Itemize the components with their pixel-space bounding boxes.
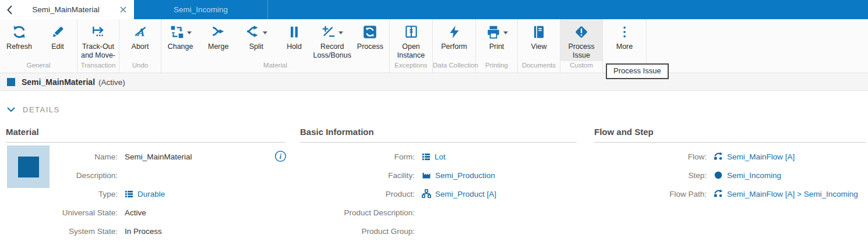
flow-path-link[interactable]: Semi_MainFlow [A] > Semi_Incoming (714, 189, 858, 198)
printer-icon (486, 23, 508, 41)
list-icon (422, 152, 431, 161)
more-button[interactable]: More (603, 19, 646, 61)
flow-and-step-section: Flow and Step Flow: Semi_MainFlow [A] St… (594, 127, 866, 203)
edit-button-label: Edit (51, 42, 64, 51)
step-circle-icon (714, 171, 723, 180)
tab-label: Semi_Incoming (174, 5, 228, 14)
section-heading-flow-and-step: Flow and Step (594, 127, 866, 143)
track-out-icon (91, 23, 106, 41)
field-label: Flow: (594, 152, 707, 161)
change-button[interactable]: Change (161, 19, 199, 61)
refresh-icon (12, 23, 27, 41)
document-book-icon (531, 23, 546, 41)
field-label: Product: (300, 190, 415, 198)
entity-state: (Active) (98, 78, 125, 87)
lightning-bolt-icon (447, 23, 462, 41)
tab-label: Semi_MainMaterial (17, 5, 115, 14)
process-cycle-icon (362, 23, 377, 41)
field-label: Universal State: (6, 208, 118, 217)
abort-button-label: Abort (132, 42, 149, 51)
step-link[interactable]: Semi_Incoming (714, 171, 781, 180)
ribbon-group-data-collection: Perform Data Collection (433, 19, 476, 73)
issue-diamond-icon (574, 23, 589, 41)
abort-button[interactable]: A Abort (119, 19, 161, 61)
close-tab-icon[interactable] (118, 5, 128, 15)
ribbon-group-custom: Process Issue Custom (560, 19, 603, 73)
vertical-ellipsis-icon (617, 23, 632, 41)
material-section: Material Name: Semi_MainMaterial i Descr… (6, 127, 285, 240)
process-button[interactable]: Process (351, 19, 389, 61)
flow-path-link-text: Semi_MainFlow [A] > Semi_Incoming (727, 190, 858, 198)
record-loss-bonus-button[interactable]: Record Loss/Bonus (313, 19, 351, 61)
ribbon-group-exceptions: Open Instance Exceptions (390, 19, 433, 73)
product-hierarchy-icon (422, 189, 431, 198)
field-row-name: Name: Semi_MainMaterial i (6, 147, 285, 166)
field-row-facility: Facility: Semi_Production (300, 166, 577, 184)
field-row-step: Step: Semi_Incoming (594, 166, 866, 184)
type-link[interactable]: Durable (125, 190, 165, 198)
process-issue-button[interactable]: Process Issue (560, 19, 602, 61)
field-row-system-state: System State: In Process (6, 222, 285, 240)
view-button[interactable]: View (518, 19, 560, 61)
ribbon-group-printing: Print Printing (476, 19, 518, 73)
tab-bar: Semi_MainMaterial Semi_Incoming (0, 0, 868, 19)
field-value-system-state: In Process (125, 227, 162, 236)
hold-pause-icon (287, 23, 302, 41)
svg-text:i: i (280, 152, 282, 161)
record-loss-bonus-button-label: Record Loss/Bonus (313, 42, 351, 60)
merge-button-label: Merge (208, 42, 228, 51)
hold-button-label: Hold (287, 42, 302, 51)
print-button-label: Print (489, 42, 504, 51)
entity-title: Semi_MainMaterial (22, 77, 95, 87)
tab-semi-mainmaterial[interactable]: Semi_MainMaterial (0, 0, 134, 19)
flow-link[interactable]: Semi_MainFlow [A] (714, 152, 795, 161)
field-label: Name: (6, 152, 118, 161)
print-button[interactable]: Print (476, 19, 517, 61)
field-row-type: Type: Durable (6, 184, 285, 203)
tab-semi-incoming[interactable]: Semi_Incoming (134, 0, 268, 19)
field-value-name: Semi_MainMaterial (125, 152, 192, 161)
facility-link[interactable]: Semi_Production (422, 171, 495, 180)
perform-button[interactable]: Perform (433, 19, 475, 61)
field-label: Step: (594, 171, 707, 180)
group-label-data-collection: Data Collection (433, 61, 475, 73)
hold-button[interactable]: Hold (275, 19, 313, 61)
ribbon-group-general: Refresh Edit General (0, 19, 77, 73)
field-row-description: Description: (6, 166, 285, 184)
field-label: Flow Path: (594, 190, 707, 198)
field-row-flow: Flow: Semi_MainFlow [A] (594, 147, 866, 166)
chevron-down-icon (263, 31, 267, 34)
view-button-label: View (531, 42, 547, 51)
open-instance-button[interactable]: Open Instance (390, 19, 432, 61)
section-heading-basic-information: Basic Information (300, 127, 577, 143)
entity-title-bar: Semi_MainMaterial (Active) (0, 74, 868, 91)
field-label: Facility: (300, 171, 415, 180)
product-link-text: Semi_Product [A] (435, 190, 496, 198)
group-label-documents: Documents (518, 61, 560, 73)
info-icon[interactable]: i (274, 150, 287, 162)
facility-link-text: Semi_Production (435, 171, 495, 180)
flow-link-text: Semi_MainFlow [A] (727, 152, 795, 161)
details-section-toggle[interactable]: DETAILS (7, 105, 60, 114)
split-button-label: Split (249, 42, 263, 51)
split-icon (245, 23, 267, 41)
edit-button[interactable]: Edit (38, 19, 77, 61)
track-out-and-move-button[interactable]: Track-Out and Move- (77, 19, 119, 61)
field-label: Product Description: (300, 208, 415, 217)
field-label: Type: (6, 190, 118, 198)
refresh-button[interactable]: Refresh (0, 19, 38, 61)
chevron-down-icon (187, 31, 192, 34)
back-chevron-icon[interactable] (6, 4, 13, 16)
merge-button[interactable]: Merge (199, 19, 237, 61)
product-link[interactable]: Semi_Product [A] (422, 189, 496, 198)
entity-color-icon (7, 78, 15, 86)
field-row-flow-path: Flow Path: Semi_MainFlow [A] > Semi_Inco… (594, 184, 866, 203)
abort-icon: A (133, 23, 148, 41)
form-link-text: Lot (435, 152, 446, 161)
flow-cycle-icon (714, 152, 723, 161)
field-row-product-description: Product Description: (300, 203, 577, 222)
merge-icon (211, 23, 226, 41)
form-link[interactable]: Lot (422, 152, 446, 161)
open-instance-icon (404, 23, 419, 41)
split-button[interactable]: Split (237, 19, 275, 61)
